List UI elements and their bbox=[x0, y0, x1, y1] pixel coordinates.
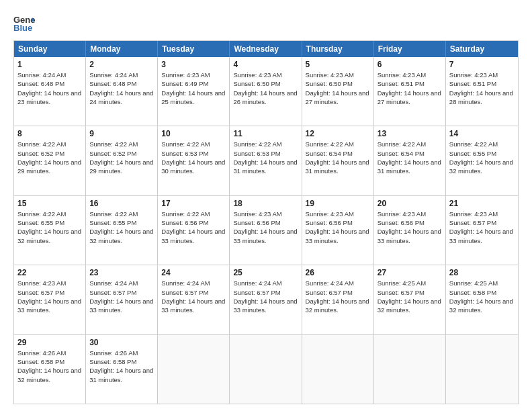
day-info: Sunrise: 4:26 AMSunset: 6:58 PMDaylight:… bbox=[89, 349, 154, 384]
day-info: Sunrise: 4:23 AMSunset: 6:57 PMDaylight:… bbox=[449, 210, 515, 245]
day-number: 10 bbox=[161, 129, 226, 138]
day-info: Sunrise: 4:25 AMSunset: 6:57 PMDaylight:… bbox=[378, 279, 442, 314]
cal-cell: 7Sunrise: 4:23 AMSunset: 6:51 PMDaylight… bbox=[446, 57, 518, 126]
day-number: 2 bbox=[89, 60, 154, 69]
cal-cell: 24Sunrise: 4:24 AMSunset: 6:57 PMDayligh… bbox=[158, 265, 230, 334]
cal-week: 15Sunrise: 4:22 AMSunset: 6:55 PMDayligh… bbox=[14, 196, 518, 265]
day-number: 13 bbox=[378, 129, 442, 138]
cal-header-cell: Thursday bbox=[302, 41, 374, 57]
cal-cell: 5Sunrise: 4:23 AMSunset: 6:50 PMDaylight… bbox=[302, 57, 374, 126]
day-number: 30 bbox=[89, 338, 154, 347]
cal-header-cell: Wednesday bbox=[230, 41, 302, 57]
day-number: 9 bbox=[89, 129, 154, 138]
cal-week: 22Sunrise: 4:23 AMSunset: 6:57 PMDayligh… bbox=[14, 265, 518, 334]
cal-cell: 2Sunrise: 4:24 AMSunset: 6:48 PMDaylight… bbox=[86, 57, 158, 126]
cal-cell: 17Sunrise: 4:22 AMSunset: 6:56 PMDayligh… bbox=[158, 196, 230, 265]
day-info: Sunrise: 4:24 AMSunset: 6:48 PMDaylight:… bbox=[89, 71, 154, 106]
day-info: Sunrise: 4:22 AMSunset: 6:55 PMDaylight:… bbox=[89, 210, 154, 245]
cal-cell: 21Sunrise: 4:23 AMSunset: 6:57 PMDayligh… bbox=[446, 196, 518, 265]
day-number: 14 bbox=[449, 129, 515, 138]
day-info: Sunrise: 4:23 AMSunset: 6:49 PMDaylight:… bbox=[161, 71, 226, 106]
cal-cell: 28Sunrise: 4:25 AMSunset: 6:58 PMDayligh… bbox=[446, 265, 518, 334]
cal-cell bbox=[302, 335, 374, 404]
day-info: Sunrise: 4:22 AMSunset: 6:56 PMDaylight:… bbox=[161, 210, 226, 245]
cal-cell: 15Sunrise: 4:22 AMSunset: 6:55 PMDayligh… bbox=[14, 196, 86, 265]
day-number: 12 bbox=[306, 129, 370, 138]
calendar-header-row: SundayMondayTuesdayWednesdayThursdayFrid… bbox=[14, 41, 518, 57]
day-info: Sunrise: 4:22 AMSunset: 6:53 PMDaylight:… bbox=[161, 140, 226, 175]
cal-header-cell: Sunday bbox=[14, 41, 86, 57]
cal-cell: 14Sunrise: 4:22 AMSunset: 6:55 PMDayligh… bbox=[446, 126, 518, 195]
cal-cell: 27Sunrise: 4:25 AMSunset: 6:57 PMDayligh… bbox=[374, 265, 446, 334]
day-number: 26 bbox=[306, 268, 370, 277]
day-info: Sunrise: 4:23 AMSunset: 6:56 PMDaylight:… bbox=[306, 210, 370, 245]
day-info: Sunrise: 4:23 AMSunset: 6:50 PMDaylight:… bbox=[306, 71, 370, 106]
cal-cell: 12Sunrise: 4:22 AMSunset: 6:54 PMDayligh… bbox=[302, 126, 374, 195]
day-info: Sunrise: 4:24 AMSunset: 6:48 PMDaylight:… bbox=[17, 71, 82, 106]
day-number: 18 bbox=[233, 199, 298, 208]
cal-cell bbox=[158, 335, 230, 404]
day-number: 19 bbox=[306, 199, 370, 208]
day-info: Sunrise: 4:23 AMSunset: 6:56 PMDaylight:… bbox=[233, 210, 298, 245]
day-info: Sunrise: 4:22 AMSunset: 6:54 PMDaylight:… bbox=[378, 140, 442, 175]
cal-cell: 11Sunrise: 4:22 AMSunset: 6:53 PMDayligh… bbox=[230, 126, 302, 195]
day-info: Sunrise: 4:24 AMSunset: 6:57 PMDaylight:… bbox=[306, 279, 370, 314]
svg-text:Blue: Blue bbox=[13, 23, 32, 33]
cal-week: 1Sunrise: 4:24 AMSunset: 6:48 PMDaylight… bbox=[14, 57, 518, 126]
day-info: Sunrise: 4:22 AMSunset: 6:54 PMDaylight:… bbox=[306, 140, 370, 175]
day-info: Sunrise: 4:23 AMSunset: 6:50 PMDaylight:… bbox=[233, 71, 298, 106]
cal-cell: 25Sunrise: 4:24 AMSunset: 6:57 PMDayligh… bbox=[230, 265, 302, 334]
day-info: Sunrise: 4:23 AMSunset: 6:51 PMDaylight:… bbox=[378, 71, 442, 106]
day-number: 24 bbox=[161, 268, 226, 277]
day-number: 22 bbox=[17, 268, 82, 277]
day-number: 29 bbox=[17, 338, 82, 347]
cal-week: 29Sunrise: 4:26 AMSunset: 6:58 PMDayligh… bbox=[14, 335, 518, 404]
cal-cell bbox=[230, 335, 302, 404]
cal-header-cell: Monday bbox=[86, 41, 158, 57]
cal-header-cell: Tuesday bbox=[158, 41, 230, 57]
cal-cell: 20Sunrise: 4:23 AMSunset: 6:56 PMDayligh… bbox=[374, 196, 446, 265]
day-number: 17 bbox=[161, 199, 226, 208]
day-number: 20 bbox=[378, 199, 442, 208]
day-info: Sunrise: 4:24 AMSunset: 6:57 PMDaylight:… bbox=[161, 279, 226, 314]
calendar-body: 1Sunrise: 4:24 AMSunset: 6:48 PMDaylight… bbox=[14, 57, 518, 404]
calendar: SundayMondayTuesdayWednesdayThursdayFrid… bbox=[13, 40, 519, 404]
cal-cell: 9Sunrise: 4:22 AMSunset: 6:52 PMDaylight… bbox=[86, 126, 158, 195]
day-info: Sunrise: 4:22 AMSunset: 6:55 PMDaylight:… bbox=[17, 210, 82, 245]
day-info: Sunrise: 4:23 AMSunset: 6:51 PMDaylight:… bbox=[449, 71, 515, 106]
day-info: Sunrise: 4:25 AMSunset: 6:58 PMDaylight:… bbox=[449, 279, 515, 314]
day-info: Sunrise: 4:24 AMSunset: 6:57 PMDaylight:… bbox=[233, 279, 298, 314]
day-number: 27 bbox=[378, 268, 442, 277]
day-number: 6 bbox=[378, 60, 442, 69]
day-info: Sunrise: 4:22 AMSunset: 6:53 PMDaylight:… bbox=[233, 140, 298, 175]
day-number: 25 bbox=[233, 268, 298, 277]
cal-cell: 8Sunrise: 4:22 AMSunset: 6:52 PMDaylight… bbox=[14, 126, 86, 195]
day-info: Sunrise: 4:22 AMSunset: 6:55 PMDaylight:… bbox=[449, 140, 515, 175]
day-number: 8 bbox=[17, 129, 82, 138]
logo-icon: General Blue bbox=[13, 12, 35, 34]
cal-cell bbox=[374, 335, 446, 404]
cal-cell: 10Sunrise: 4:22 AMSunset: 6:53 PMDayligh… bbox=[158, 126, 230, 195]
cal-week: 8Sunrise: 4:22 AMSunset: 6:52 PMDaylight… bbox=[14, 126, 518, 195]
day-info: Sunrise: 4:22 AMSunset: 6:52 PMDaylight:… bbox=[17, 140, 82, 175]
cal-cell: 18Sunrise: 4:23 AMSunset: 6:56 PMDayligh… bbox=[230, 196, 302, 265]
day-info: Sunrise: 4:24 AMSunset: 6:57 PMDaylight:… bbox=[89, 279, 154, 314]
day-info: Sunrise: 4:23 AMSunset: 6:57 PMDaylight:… bbox=[17, 279, 82, 314]
day-number: 15 bbox=[17, 199, 82, 208]
day-number: 23 bbox=[89, 268, 154, 277]
logo: General Blue bbox=[13, 12, 38, 34]
day-info: Sunrise: 4:23 AMSunset: 6:56 PMDaylight:… bbox=[378, 210, 442, 245]
day-number: 21 bbox=[449, 199, 515, 208]
day-number: 11 bbox=[233, 129, 298, 138]
day-number: 7 bbox=[449, 60, 515, 69]
day-info: Sunrise: 4:22 AMSunset: 6:52 PMDaylight:… bbox=[89, 140, 154, 175]
cal-cell: 19Sunrise: 4:23 AMSunset: 6:56 PMDayligh… bbox=[302, 196, 374, 265]
cal-cell: 3Sunrise: 4:23 AMSunset: 6:49 PMDaylight… bbox=[158, 57, 230, 126]
cal-cell: 1Sunrise: 4:24 AMSunset: 6:48 PMDaylight… bbox=[14, 57, 86, 126]
day-number: 16 bbox=[89, 199, 154, 208]
cal-cell: 13Sunrise: 4:22 AMSunset: 6:54 PMDayligh… bbox=[374, 126, 446, 195]
day-number: 28 bbox=[449, 268, 515, 277]
day-number: 5 bbox=[306, 60, 370, 69]
cal-cell: 26Sunrise: 4:24 AMSunset: 6:57 PMDayligh… bbox=[302, 265, 374, 334]
cal-cell bbox=[446, 335, 518, 404]
